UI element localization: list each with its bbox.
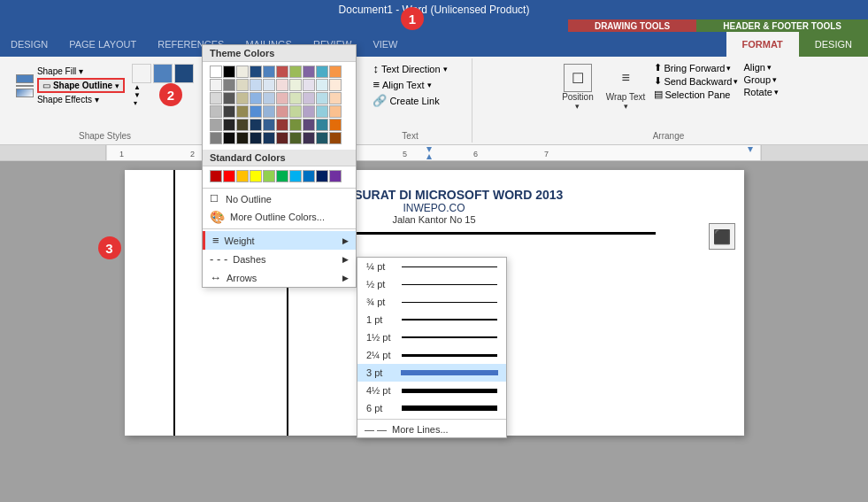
theme-color-cell[interactable] bbox=[223, 119, 235, 131]
theme-color-cell[interactable] bbox=[263, 105, 275, 118]
theme-color-cell[interactable] bbox=[289, 132, 302, 144]
theme-color-cell[interactable] bbox=[223, 92, 235, 104]
theme-color-cell[interactable] bbox=[263, 119, 275, 131]
theme-color-cell[interactable] bbox=[250, 105, 262, 118]
theme-color-cell[interactable] bbox=[276, 66, 288, 78]
theme-color-cell[interactable] bbox=[223, 66, 235, 78]
theme-color-cell[interactable] bbox=[289, 105, 302, 118]
dashes-item[interactable]: - - - Dashes ▶ bbox=[203, 250, 356, 268]
standard-color-cell[interactable] bbox=[276, 170, 288, 182]
theme-color-cell[interactable] bbox=[223, 132, 235, 144]
weight-size-item[interactable]: ¼ pt bbox=[357, 258, 506, 275]
weight-size-item[interactable]: 4½ pt bbox=[357, 382, 506, 399]
shape-outline-btn[interactable]: ▭ Shape Outline ▾ bbox=[37, 78, 125, 93]
theme-color-cell[interactable] bbox=[276, 119, 288, 131]
theme-color-cell[interactable] bbox=[263, 79, 275, 91]
theme-color-cell[interactable] bbox=[329, 119, 342, 131]
more-lines-item[interactable]: — — More Lines... bbox=[357, 421, 506, 437]
theme-color-cell[interactable] bbox=[210, 105, 222, 118]
tab-page-layout[interactable]: PAGE LAYOUT bbox=[58, 32, 147, 57]
theme-color-cell[interactable] bbox=[210, 66, 222, 78]
theme-color-cell[interactable] bbox=[250, 66, 262, 78]
group-btn[interactable]: Group ▾ bbox=[743, 74, 778, 85]
theme-color-cell[interactable] bbox=[276, 132, 288, 144]
theme-color-cell[interactable] bbox=[329, 79, 342, 91]
theme-color-cell[interactable] bbox=[303, 132, 315, 144]
more-outline-colors-item[interactable]: 🎨 More Outline Colors... bbox=[203, 207, 356, 227]
theme-color-cell[interactable] bbox=[250, 132, 262, 144]
theme-color-cell[interactable] bbox=[329, 66, 342, 78]
theme-color-cell[interactable] bbox=[276, 79, 288, 91]
theme-color-cell[interactable] bbox=[329, 105, 342, 118]
tab-view[interactable]: VIEW bbox=[362, 32, 408, 57]
tab-hf-design[interactable]: DESIGN bbox=[799, 32, 868, 57]
send-backward-btn[interactable]: ⬇ Send Backward ▾ bbox=[654, 75, 738, 87]
standard-color-cell[interactable] bbox=[329, 170, 342, 182]
standard-color-cell[interactable] bbox=[250, 170, 262, 182]
swatch-1[interactable] bbox=[132, 64, 151, 83]
theme-color-cell[interactable] bbox=[236, 66, 249, 78]
weight-size-item[interactable]: 1½ pt bbox=[357, 328, 506, 346]
weight-size-item[interactable]: 3 pt bbox=[357, 364, 506, 382]
standard-color-cell[interactable] bbox=[263, 170, 275, 182]
no-outline-item[interactable]: ☐ No Outline bbox=[203, 190, 356, 207]
theme-color-cell[interactable] bbox=[276, 92, 288, 104]
theme-color-cell[interactable] bbox=[250, 119, 262, 131]
theme-color-cell[interactable] bbox=[316, 105, 328, 118]
theme-color-cell[interactable] bbox=[316, 79, 328, 91]
theme-color-cell[interactable] bbox=[289, 119, 302, 131]
theme-color-cell[interactable] bbox=[329, 132, 342, 144]
theme-color-cell[interactable] bbox=[223, 105, 235, 118]
theme-color-cell[interactable] bbox=[303, 105, 315, 118]
theme-color-cell[interactable] bbox=[316, 92, 328, 104]
theme-color-cell[interactable] bbox=[316, 132, 328, 144]
theme-color-cell[interactable] bbox=[250, 79, 262, 91]
theme-color-cell[interactable] bbox=[236, 92, 249, 104]
theme-color-cell[interactable] bbox=[263, 132, 275, 144]
theme-color-cell[interactable] bbox=[316, 119, 328, 131]
theme-color-cell[interactable] bbox=[289, 92, 302, 104]
standard-color-cell[interactable] bbox=[289, 170, 302, 182]
theme-color-cell[interactable] bbox=[250, 92, 262, 104]
wrap-text-btn[interactable]: ≡ Wrap Text ▾ bbox=[603, 62, 649, 112]
tab-design[interactable]: DESIGN bbox=[0, 32, 58, 57]
position-btn[interactable]: ☐ Position ▾ bbox=[558, 62, 597, 112]
standard-color-cell[interactable] bbox=[210, 170, 222, 182]
theme-color-cell[interactable] bbox=[236, 79, 249, 91]
theme-color-cell[interactable] bbox=[223, 79, 235, 91]
weight-item[interactable]: ≡ Weight ▶ bbox=[203, 231, 356, 250]
theme-color-cell[interactable] bbox=[289, 66, 302, 78]
theme-color-cell[interactable] bbox=[303, 66, 315, 78]
theme-color-cell[interactable] bbox=[263, 66, 275, 78]
rotate-btn[interactable]: Rotate ▾ bbox=[743, 87, 778, 97]
theme-color-cell[interactable] bbox=[210, 132, 222, 144]
weight-size-item[interactable]: 6 pt bbox=[357, 399, 506, 417]
weight-size-item[interactable]: ¾ pt bbox=[357, 293, 506, 311]
align-text-btn[interactable]: ≡ Align Text ▾ bbox=[373, 78, 431, 91]
theme-color-cell[interactable] bbox=[289, 79, 302, 91]
theme-color-cell[interactable] bbox=[303, 119, 315, 131]
bring-forward-btn[interactable]: ⬆ Bring Forward ▾ bbox=[654, 62, 738, 73]
standard-color-cell[interactable] bbox=[236, 170, 249, 182]
shape-fill-btn[interactable]: Shape Fill ▾ bbox=[37, 66, 125, 76]
theme-color-cell[interactable] bbox=[236, 119, 249, 131]
text-direction-btn[interactable]: ↕ Text Direction ▾ bbox=[373, 62, 447, 75]
theme-color-cell[interactable] bbox=[210, 92, 222, 104]
theme-color-cell[interactable] bbox=[236, 105, 249, 118]
theme-color-cell[interactable] bbox=[303, 79, 315, 91]
theme-color-cell[interactable] bbox=[210, 119, 222, 131]
theme-color-cell[interactable] bbox=[210, 79, 222, 91]
standard-color-cell[interactable] bbox=[316, 170, 328, 182]
weight-size-item[interactable]: 1 pt bbox=[357, 311, 506, 328]
theme-color-cell[interactable] bbox=[276, 105, 288, 118]
shape-effects-btn[interactable]: Shape Effects ▾ bbox=[37, 95, 125, 104]
theme-color-cell[interactable] bbox=[263, 92, 275, 104]
theme-color-cell[interactable] bbox=[236, 132, 249, 144]
standard-color-cell[interactable] bbox=[303, 170, 315, 182]
theme-color-cell[interactable] bbox=[303, 92, 315, 104]
theme-color-cell[interactable] bbox=[329, 92, 342, 104]
align-btn[interactable]: Align ▾ bbox=[743, 62, 778, 73]
swatch-2[interactable] bbox=[153, 64, 173, 83]
arrows-item[interactable]: ↔ Arrows ▶ bbox=[203, 268, 356, 287]
swatch-3[interactable] bbox=[174, 64, 194, 83]
